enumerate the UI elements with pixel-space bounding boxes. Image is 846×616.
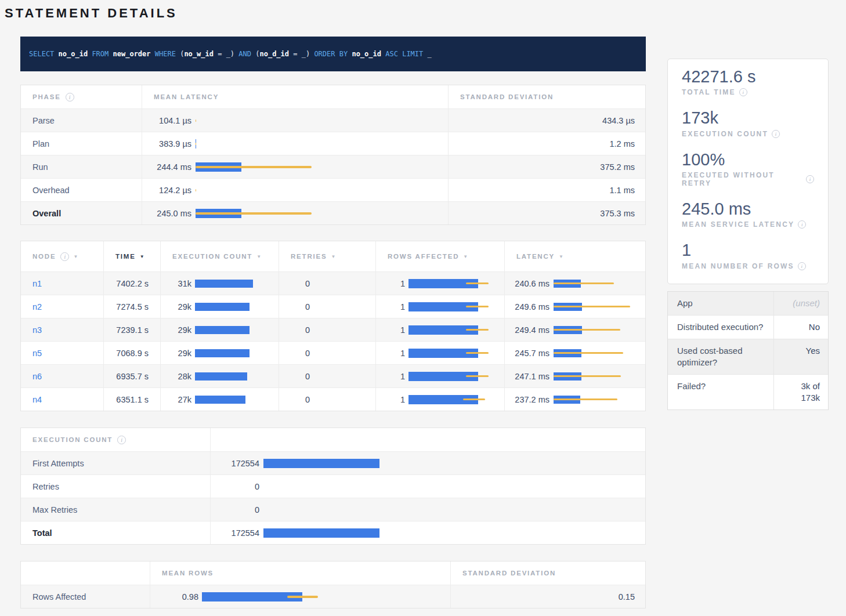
rows-affected-value: 1 <box>376 279 405 288</box>
std-dev-column-header: STANDARD DEVIATION <box>450 561 646 585</box>
node-column-header[interactable]: NODE i ▼ <box>21 241 103 271</box>
node-link[interactable]: n3 <box>21 325 42 335</box>
info-icon[interactable]: i <box>798 220 806 229</box>
latency-bar <box>554 325 630 335</box>
stat-value: 100% <box>682 150 814 169</box>
node-link[interactable]: n4 <box>21 395 42 404</box>
stat-value: 1 <box>682 241 814 260</box>
execution-count-value: 31k <box>161 279 191 288</box>
rows-affected-table: MEAN ROWS STANDARD DEVIATION Rows Affect… <box>20 561 646 608</box>
layout: SELECT no_o_id FROM new_order WHERE (no_… <box>0 21 846 608</box>
info-icon[interactable]: i <box>798 262 806 270</box>
sql-token: = _) <box>214 50 238 57</box>
table-row: n6 6935.7 s 28k 0 1 247.1 ms <box>21 364 645 387</box>
execution-count-value: 29k <box>161 302 191 311</box>
count-bar <box>263 458 379 469</box>
mean-latency-value: 383.9 µs <box>142 139 191 148</box>
sort-desc-icon: ▼ <box>256 254 262 259</box>
table-row: Rows Affected 0.98 0.15 <box>21 585 645 608</box>
node-link[interactable]: n6 <box>21 372 42 381</box>
phase-table: PHASE i MEAN LATENCY STANDARD DEVIATION … <box>20 85 646 225</box>
stat-execution-count: 173k EXECUTION COUNTi <box>682 108 814 137</box>
main-content: SELECT no_o_id FROM new_order WHERE (no_… <box>20 21 646 608</box>
sql-token: no_o_id <box>59 50 88 57</box>
latency-bar <box>196 162 312 172</box>
sort-desc-icon: ▼ <box>331 254 337 259</box>
std-dev-column-header: STANDARD DEVIATION <box>448 85 646 108</box>
latency-value: 247.1 ms <box>505 372 549 381</box>
std-dev-value: 1.1 ms <box>448 179 646 201</box>
std-dev-value: 375.3 ms <box>448 202 646 224</box>
node-link[interactable]: n5 <box>21 349 42 358</box>
sql-token <box>151 50 155 57</box>
stat-value: 42271.6 s <box>682 67 814 86</box>
rows-affected-bar <box>408 371 489 382</box>
sql-token: no_o_id <box>352 50 381 57</box>
detail-label: Used cost-based optimizer? <box>668 339 773 374</box>
std-dev-value: 434.3 µs <box>448 109 646 132</box>
exec-row-label: Total <box>21 521 210 544</box>
info-icon[interactable]: i <box>739 88 747 96</box>
info-icon[interactable]: i <box>117 436 126 444</box>
time-value: 6935.7 s <box>103 365 160 387</box>
sql-token: WHERE <box>155 50 180 57</box>
table-row: n4 6351.1 s 27k 0 1 237.2 ms <box>21 387 645 411</box>
detail-row-failed: Failed? 3k of 173k <box>668 374 828 410</box>
exec-row-value: 0 <box>211 505 259 514</box>
sql-statement: SELECT no_o_id FROM new_order WHERE (no_… <box>20 37 646 71</box>
latency-column-header[interactable]: LATENCY ▼ <box>504 241 646 271</box>
execution-count-table-header: EXECUTION COUNT i <box>21 428 210 451</box>
info-icon[interactable]: i <box>806 175 814 183</box>
info-icon[interactable]: i <box>772 130 780 138</box>
sort-desc-icon: ▼ <box>140 254 146 259</box>
summary-stats-card: 42271.6 s TOTAL TIMEi 173k EXECUTION COU… <box>667 59 829 284</box>
sql-token: LIMIT <box>402 50 427 57</box>
info-icon[interactable]: i <box>66 93 74 102</box>
rows-affected-column-header[interactable]: ROWS AFFECTED ▼ <box>375 241 504 271</box>
time-value: 7402.2 s <box>103 272 160 295</box>
mean-latency-value: 104.1 µs <box>142 116 191 125</box>
page-title: STATEMENT DETAILS <box>5 6 846 21</box>
phase-column-header: PHASE i <box>21 85 142 108</box>
table-row: Max Retries 0 <box>21 498 645 521</box>
rows-affected-bar <box>408 302 489 312</box>
info-icon[interactable]: i <box>60 252 69 261</box>
mean-rows-column-header: MEAN ROWS <box>150 561 450 585</box>
exec-row-value: 0 <box>211 482 259 491</box>
retries-value: 0 <box>279 325 310 335</box>
time-column-header[interactable]: TIME ▼ <box>103 241 160 271</box>
table-row: n1 7402.2 s 31k 0 1 240.6 ms <box>21 271 645 295</box>
latency-value: 249.4 ms <box>505 325 549 335</box>
execution-count-bar <box>195 302 253 312</box>
detail-value: Yes <box>773 339 828 374</box>
blank-column-header <box>21 561 150 585</box>
table-row: Run 244.4 ms 375.2 ms <box>21 155 645 178</box>
latency-bar <box>554 394 630 405</box>
statement-details-card: App (unset) Distributed execution? No Us… <box>667 291 829 410</box>
node-link[interactable]: n2 <box>21 302 42 311</box>
phase-label: Parse <box>21 109 142 132</box>
std-dev-value: 375.2 ms <box>448 155 646 178</box>
sql-token: AND <box>238 50 255 57</box>
node-link[interactable]: n1 <box>21 279 42 288</box>
sql-token: FROM <box>92 50 113 57</box>
execution-count-bar <box>195 348 253 358</box>
node-table: NODE i ▼ TIME ▼ EXECUTION COUNT ▼ RETRIE… <box>20 241 646 411</box>
stat-mean-service-latency: 245.0 ms MEAN SERVICE LATENCYi <box>682 200 814 229</box>
table-row: Overall 245.0 ms 375.3 ms <box>21 201 645 224</box>
retries-value: 0 <box>279 279 310 288</box>
detail-row-cost-based-optimizer: Used cost-based optimizer? Yes <box>668 339 828 374</box>
latency-bar <box>196 185 312 195</box>
execution-count-value: 29k <box>161 349 191 358</box>
latency-value: 249.6 ms <box>505 302 549 311</box>
detail-value: (unset) <box>773 292 828 315</box>
execution-count-column-header[interactable]: EXECUTION COUNT ▼ <box>160 241 279 271</box>
rows-affected-value: 1 <box>376 302 405 311</box>
sql-token: SELECT <box>29 50 59 57</box>
stat-total-time: 42271.6 s TOTAL TIMEi <box>682 67 814 96</box>
mean-latency-value: 124.2 µs <box>142 186 191 195</box>
execution-count-bar <box>195 394 253 405</box>
retries-column-header[interactable]: RETRIES ▼ <box>279 241 375 271</box>
sort-desc-icon: ▼ <box>559 254 565 259</box>
table-row: Parse 104.1 µs 434.3 µs <box>21 108 645 132</box>
